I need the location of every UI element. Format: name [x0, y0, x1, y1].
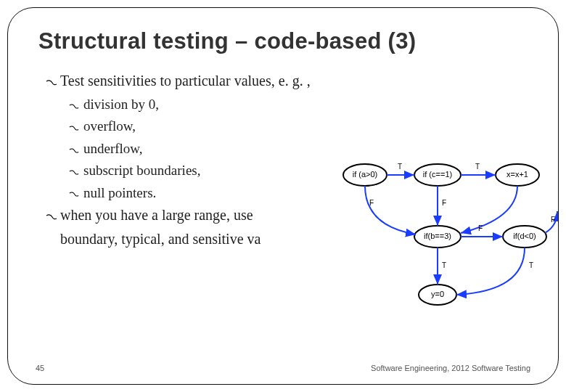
edge-label: T — [442, 261, 446, 269]
curl-bullet-icon — [69, 140, 83, 160]
edge-label: T — [398, 163, 402, 171]
edge-label: T — [475, 163, 480, 171]
page-number: 45 — [36, 364, 44, 372]
bullet-text: Test sensitivities to particular values,… — [60, 73, 311, 89]
bullet-text: subscript boundaries, — [83, 163, 200, 178]
node-label: x=x+1 — [506, 170, 528, 179]
node-label: y=0 — [431, 290, 444, 298]
bullet-text: boundary, typical, and sensitive va — [60, 231, 261, 247]
edge-label: F — [478, 224, 483, 232]
slide-title: Structural testing – code-based (3) — [38, 28, 528, 54]
edge-label: T — [529, 261, 533, 269]
curl-bullet-icon — [69, 96, 83, 116]
bullet-l2: overflow, — [38, 116, 528, 137]
curl-bullet-icon — [46, 72, 60, 93]
bullet-text: division by 0, — [83, 97, 159, 112]
curl-bullet-icon — [69, 118, 83, 138]
node-label: if(b==3) — [424, 232, 451, 240]
edge-label: F — [442, 199, 446, 207]
node-label: if(d<0) — [513, 232, 536, 240]
slide-frame: Structural testing – code-based (3) Test… — [7, 7, 559, 385]
bullet-text: null pointers. — [83, 185, 156, 200]
bullet-text: when you have a large range, use — [60, 207, 253, 223]
bullet-l1: Test sensitivities to particular values,… — [38, 70, 528, 93]
edge-label: F — [369, 199, 374, 207]
curl-bullet-icon — [46, 206, 60, 227]
curl-bullet-icon — [69, 184, 83, 204]
flow-diagram: if (a>0) if (c==1) x=x+1 if(b==3) if(d<0… — [336, 153, 559, 320]
curl-bullet-icon — [69, 162, 83, 182]
bullet-l2: division by 0, — [38, 94, 528, 115]
node-label: if (a>0) — [353, 170, 378, 179]
slide-footer: 45 Software Engineering, 2012 Software T… — [36, 364, 530, 372]
bullet-text: overflow, — [83, 118, 136, 134]
footer-text: Software Engineering, 2012 Software Test… — [371, 364, 530, 372]
edge-label: F — [551, 216, 555, 224]
node-label: if (c==1) — [423, 170, 452, 179]
bullet-text: underflow, — [83, 141, 143, 156]
